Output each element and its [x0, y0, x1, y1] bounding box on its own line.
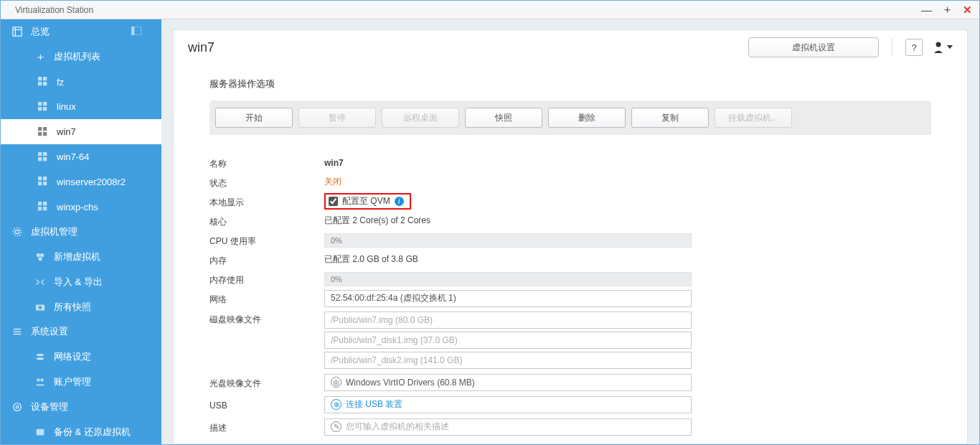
import-export-icon	[34, 276, 47, 288]
name-value: win7	[324, 158, 344, 168]
svg-point-39	[37, 354, 44, 357]
sidebar-vm-winxp[interactable]: winxp-chs	[1, 195, 161, 220]
delete-button[interactable]: 删除	[548, 108, 626, 128]
remote-desktop-button[interactable]: 远程桌面	[382, 108, 459, 128]
sidebar-collapse-icon[interactable]	[131, 27, 141, 37]
sidebar-vm-list[interactable]: ＋虚拟机列表	[1, 44, 161, 70]
svg-rect-5	[38, 77, 42, 80]
cores-value: 已配置 2 Core(s) of 2 Cores	[324, 215, 931, 227]
sidebar-network-settings[interactable]: 网络设定	[1, 345, 161, 370]
svg-rect-21	[38, 177, 42, 180]
disk2-value: /Public/win7_disk1.img (37.0 GB)	[331, 335, 458, 345]
sidebar-item-label: win7-64	[57, 151, 90, 162]
local-display-label: 本地显示	[209, 195, 324, 209]
sidebar-vm-linux[interactable]: linux	[1, 94, 161, 119]
network-icon	[34, 351, 47, 362]
sidebar-item-label: 账户管理	[54, 375, 91, 388]
action-bar: 开始 暂停 远程桌面 快照 删除 复制 挂载虚拟机...	[209, 100, 931, 135]
status-label: 状态	[209, 175, 324, 189]
main-area: win7 虚拟机设置 ? 服务器操作选项 开始 暂停 远程桌面 快照 删除 复制	[161, 19, 979, 444]
cpu-bar: 0%	[324, 233, 692, 248]
sidebar-vm-win7[interactable]: win7	[1, 119, 161, 144]
vm-icon	[37, 126, 50, 138]
sidebar-vm-manage[interactable]: 虚拟机管理	[1, 220, 161, 245]
user-menu[interactable]	[933, 41, 953, 54]
vm-settings-button[interactable]: 虚拟机设置	[748, 37, 879, 57]
sidebar: 总览 ＋虚拟机列表 fz linux win7 win7-64 winserve…	[1, 19, 161, 444]
svg-rect-45	[37, 428, 44, 435]
plus-icon: ＋	[34, 51, 47, 62]
sidebar-item-label: fz	[57, 77, 64, 88]
memuse-value: 0%	[331, 275, 342, 284]
sidebar-item-label: 新增虚拟机	[54, 250, 100, 263]
sidebar-account-mgmt[interactable]: 账户管理	[1, 370, 161, 395]
name-label: 名称	[209, 156, 324, 170]
disk1-value: /Public/win7.img (80.0 GB)	[331, 315, 433, 325]
sidebar-overview[interactable]: 总览	[1, 19, 161, 44]
window-title: Virtualization Station	[15, 5, 93, 15]
snapshot-button[interactable]: 快照	[465, 108, 542, 128]
settings-icon	[11, 326, 24, 337]
disc-icon: ◎	[331, 377, 341, 388]
overview-icon	[11, 26, 24, 37]
mount-button[interactable]: 挂载虚拟机...	[715, 108, 792, 128]
maximize-icon[interactable]: ＋	[942, 3, 953, 17]
minimize-icon[interactable]: —	[921, 4, 932, 16]
disk-image-field[interactable]: /Public/win7.img (80.0 GB)	[324, 312, 692, 329]
usb-field[interactable]: ⊕连接 USB 装置	[324, 396, 692, 413]
sidebar-import-export[interactable]: 导入 & 导出	[1, 269, 161, 294]
sidebar-all-snapshots[interactable]: 所有快照	[1, 294, 161, 319]
users-icon	[34, 376, 47, 388]
sidebar-vm-fz[interactable]: fz	[1, 70, 161, 95]
card-header: win7 虚拟机设置 ?	[174, 30, 967, 65]
qvm-label: 配置至 QVM	[342, 195, 390, 207]
usb-value: 连接 USB 装置	[346, 398, 402, 411]
sidebar-item-label: 虚拟机管理	[31, 225, 77, 238]
start-button[interactable]: 开始	[215, 108, 293, 128]
usb-label: USB	[209, 398, 324, 411]
info-icon[interactable]: i	[395, 197, 404, 206]
sidebar-vm-winserver[interactable]: winserver2008r2	[1, 169, 161, 195]
disk-image-field[interactable]: /Public/win7_disk1.img (37.0 GB)	[324, 332, 692, 349]
close-icon[interactable]: ✕	[963, 4, 972, 17]
clone-button[interactable]: 复制	[631, 108, 709, 128]
description-input[interactable]: ✎您可输入虚拟机的相关描述	[324, 418, 692, 436]
help-button[interactable]: ?	[905, 39, 923, 56]
svg-point-41	[37, 378, 39, 381]
pause-button[interactable]: 暂停	[298, 108, 376, 128]
svg-rect-12	[43, 107, 47, 111]
memuse-bar: 0%	[324, 272, 692, 286]
sidebar-vm-list-label: 虚拟机列表	[54, 50, 100, 63]
vm-icon	[37, 76, 50, 88]
usb-icon: ⊕	[331, 399, 341, 410]
vm-icon	[37, 151, 50, 163]
sidebar-device-mgmt[interactable]: 设备管理	[1, 394, 161, 419]
sidebar-system-settings[interactable]: 系统设置	[1, 319, 161, 345]
qvm-checkbox[interactable]	[329, 197, 338, 206]
sidebar-vm-win7-64[interactable]: win7-64	[1, 144, 161, 169]
status-value: 关闭	[324, 176, 931, 188]
disk-image-field[interactable]: /Public/win7_disk2.img (141.0 GB)	[324, 352, 692, 369]
svg-rect-27	[38, 207, 42, 210]
net-value: 52:54:00:df:25:4a (虚拟交换机 1)	[331, 292, 456, 304]
svg-rect-0	[13, 27, 22, 36]
network-field[interactable]: 52:54:00:df:25:4a (虚拟交换机 1)	[324, 290, 692, 307]
sidebar-new-vm[interactable]: 新增虚拟机	[1, 244, 161, 269]
sidebar-backup-restore[interactable]: 备份 & 还原虚拟机	[1, 419, 161, 444]
cd-label: 光盘映像文件	[209, 375, 324, 390]
svg-rect-7	[38, 82, 42, 85]
vm-icon	[37, 101, 50, 113]
svg-rect-4	[131, 27, 134, 35]
sidebar-item-label: win7	[57, 126, 76, 137]
svg-rect-17	[38, 152, 42, 156]
svg-rect-8	[43, 82, 47, 85]
backup-icon	[34, 426, 47, 438]
cd-image-field[interactable]: ◎Windows VirtIO Drivers (60.8 MB)	[324, 374, 692, 391]
svg-point-43	[14, 403, 22, 411]
card-body: 服务器操作选项 开始 暂停 远程桌面 快照 删除 复制 挂载虚拟机... 名称w…	[174, 65, 967, 444]
sidebar-item-label: linux	[57, 101, 76, 112]
sidebar-overview-label: 总览	[31, 25, 50, 38]
cores-label: 核心	[209, 214, 324, 228]
sidebar-item-label: 网络设定	[54, 350, 91, 363]
svg-point-46	[936, 42, 941, 47]
